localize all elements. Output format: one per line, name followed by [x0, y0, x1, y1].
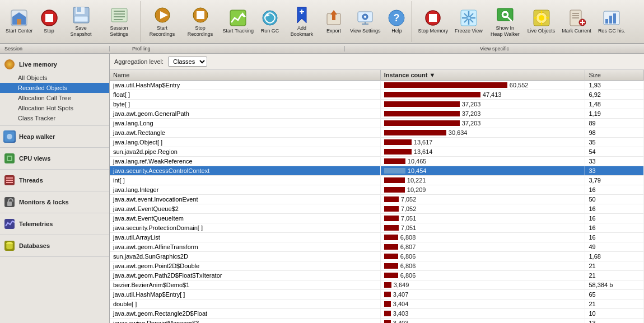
table-row[interactable]: byte[ ] 37,203 1,48 — [110, 100, 644, 109]
session-section-label: Session — [0, 46, 110, 52]
sidebar-cpu-views-header[interactable]: CPU views — [0, 150, 109, 167]
table-row[interactable]: bezier.BezierAnim$Demo$1 3,649 58,384 b — [110, 280, 644, 290]
table-row[interactable]: java.lang.Long 37,203 89 — [110, 119, 644, 128]
table-row[interactable]: java.awt.geom.Point2D$Double 6,806 21 — [110, 261, 644, 271]
sidebar-item-class-tracker[interactable]: Class Tracker — [0, 113, 109, 123]
export-button[interactable]: Export — [321, 4, 347, 40]
cell-name: java.security.AccessControlContext — [110, 166, 380, 176]
session-settings-button[interactable]: Session Settings — [100, 4, 138, 40]
add-bookmark-label: Add Bookmark — [286, 25, 318, 38]
col-header-name[interactable]: Name — [110, 70, 380, 81]
save-snapshot-icon — [72, 6, 90, 24]
col-header-instance-count[interactable]: Instance count ▼ — [380, 70, 585, 81]
table-row[interactable]: java.lang.ref.WeakReference 10,465 33 — [110, 157, 644, 166]
cell-instance-count: 3,403 — [380, 309, 585, 319]
view-settings-icon — [356, 9, 374, 27]
cell-name: java.security.ProtectionDomain[ ] — [110, 223, 380, 233]
cell-instance-count: 6,806 — [380, 261, 585, 271]
table-row[interactable]: java.awt.geom.GeneralPath 37,203 1,19 — [110, 109, 644, 119]
table-row[interactable]: java.lang.Integer 10,209 16 — [110, 185, 644, 195]
freeze-view-button[interactable]: Freeze View — [451, 4, 486, 40]
table-row[interactable]: java.util.HashMap$Entry[ ] 3,407 65 — [110, 290, 644, 299]
table-row[interactable]: java.awt.EventQueue$2 7,052 16 — [110, 204, 644, 214]
cell-instance-count: 7,051 — [380, 223, 585, 233]
sidebar-item-recorded-objects[interactable]: Recorded Objects — [0, 83, 109, 93]
sidebar-live-memory-header[interactable]: Live memory — [0, 56, 109, 73]
stop-button[interactable]: Stop — [36, 4, 62, 40]
stop-recordings-button[interactable]: Stop Recordings — [181, 4, 220, 40]
cell-name: float[ ] — [110, 90, 380, 100]
cell-name: java.util.HashMap$Entry — [110, 81, 380, 90]
sidebar-monitors-header[interactable]: Monitors & locks — [0, 194, 109, 210]
svg-point-41 — [467, 16, 470, 20]
table-row[interactable]: javax.swing.RepaintManager$3 3,403 13 — [110, 319, 644, 324]
table-row[interactable]: java.lang.Object[ ] 13,617 35 — [110, 138, 644, 147]
cell-instance-count: 6,806 — [380, 252, 585, 261]
table-row[interactable]: float[ ] 47,413 6,92 — [110, 90, 644, 100]
cell-size: 1,68 — [585, 252, 644, 261]
start-tracking-button[interactable]: Start Tracking — [220, 4, 258, 40]
save-snapshot-button[interactable]: Save Snapshot — [62, 4, 100, 40]
monitors-icon — [3, 196, 16, 208]
table-row[interactable]: java.awt.geom.Rectangle2D$Float 3,403 10 — [110, 309, 644, 319]
col-header-size[interactable]: Size — [585, 70, 644, 81]
sidebar-heap-walker-section: Heap walker — [0, 126, 109, 148]
live-memory-label: Live memory — [19, 61, 57, 68]
sidebar-heap-walker-header[interactable]: Heap walker — [0, 128, 109, 145]
stop-memory-button[interactable]: Stop Memory — [414, 4, 451, 40]
table-row[interactable]: java.awt.geom.AffineTransform 6,807 49 — [110, 242, 644, 252]
sidebar-item-allocation-hot-spots[interactable]: Allocation Hot Spots — [0, 103, 109, 113]
profiling-section-label: Profiling — [110, 46, 345, 52]
export-label: Export — [326, 28, 341, 34]
svg-point-44 — [503, 13, 507, 16]
res-gc-his-button[interactable]: Res GC his. — [595, 4, 629, 40]
mark-current-button[interactable]: Mark Current — [558, 4, 595, 40]
table-row[interactable]: java.util.HashMap$Entry 60,552 1,93 — [110, 81, 644, 90]
cell-size: 13 — [585, 319, 644, 324]
table-row[interactable]: java.security.ProtectionDomain[ ] 7,051 … — [110, 223, 644, 233]
aggregation-select[interactable]: Classes — [168, 57, 207, 67]
toolbar: Start Center Stop Save Snapshot — [0, 0, 644, 44]
sidebar-item-all-objects[interactable]: All Objects — [0, 73, 109, 83]
sidebar-telemetries-header[interactable]: Telemetries — [0, 216, 109, 232]
start-recordings-button[interactable]: Start Recordings — [143, 4, 181, 40]
table-row[interactable]: java.awt.EventQueueItem 7,051 16 — [110, 214, 644, 223]
sidebar-item-allocation-call-tree[interactable]: Allocation Call Tree — [0, 93, 109, 103]
table-row[interactable]: sun.java2d.pipe.Region 13,614 54 — [110, 147, 644, 157]
sidebar-cpu-views-section: CPU views — [0, 148, 109, 170]
toolbar-view-specific-group: Stop Memory Freeze View — [412, 1, 644, 42]
table-row[interactable]: java.security.AccessControlContext 10,45… — [110, 166, 644, 176]
live-objects-button[interactable]: Live Objects — [524, 4, 559, 40]
svg-rect-61 — [605, 19, 608, 24]
cell-name: bezier.BezierAnim$Demo$1 — [110, 280, 380, 290]
table-row[interactable]: java.awt.Rectangle 30,634 98 — [110, 128, 644, 138]
table-row[interactable]: java.awt.geom.Path2D$Float$TxIterator 6,… — [110, 271, 644, 280]
databases-icon — [3, 240, 16, 252]
table-row[interactable]: int[ ] 10,221 3,79 — [110, 176, 644, 185]
sidebar-databases-header[interactable]: Databases — [0, 237, 109, 254]
cell-name: java.awt.geom.GeneralPath — [110, 109, 380, 119]
table-row[interactable]: double[ ] 3,404 21 — [110, 299, 644, 309]
table-row[interactable]: java.awt.event.InvocationEvent 7,052 50 — [110, 195, 644, 204]
run-gc-button[interactable]: Run GC — [257, 4, 283, 40]
cell-name: java.lang.Long — [110, 119, 380, 128]
start-center-button[interactable]: Start Center — [2, 4, 36, 40]
start-recordings-icon — [153, 6, 171, 24]
toolbar-session-group: Start Center Stop Save Snapshot — [0, 1, 141, 42]
cell-instance-count: 13,614 — [380, 147, 585, 157]
mark-current-icon — [568, 9, 586, 27]
show-in-heap-walker-button[interactable]: Show In Heap Walker — [486, 4, 524, 40]
table-row[interactable]: sun.java2d.SunGraphics2D 6,806 1,68 — [110, 252, 644, 261]
table-row[interactable]: java.util.ArrayList 6,808 16 — [110, 233, 644, 242]
add-bookmark-button[interactable]: Add Bookmark — [283, 4, 321, 40]
cell-size: 16 — [585, 223, 644, 233]
run-gc-icon — [261, 9, 279, 27]
view-settings-button[interactable]: View Settings — [347, 4, 384, 40]
help-button[interactable]: ? Help — [384, 4, 409, 40]
sidebar-threads-header[interactable]: Threads — [0, 172, 109, 189]
svg-rect-17 — [197, 11, 204, 19]
cell-instance-count: 3,403 — [380, 319, 585, 324]
svg-rect-18 — [230, 10, 246, 26]
stop-memory-icon — [424, 9, 442, 27]
help-label: Help — [391, 28, 402, 34]
